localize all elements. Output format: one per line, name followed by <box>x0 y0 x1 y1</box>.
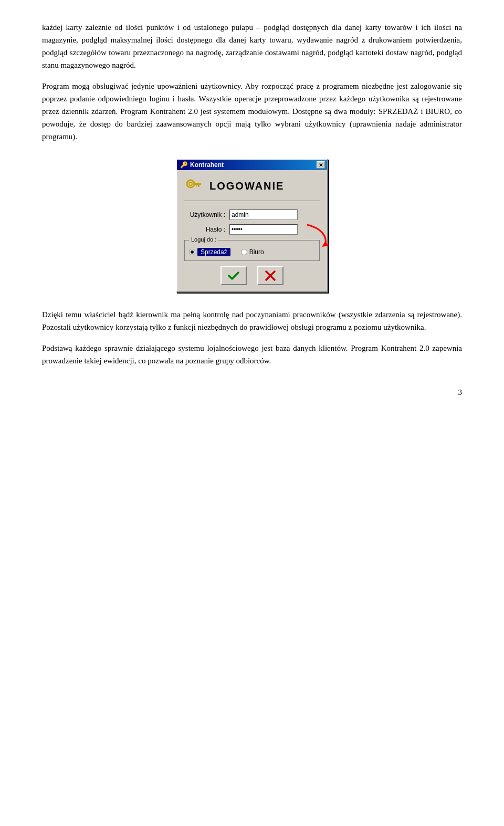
button-row <box>184 266 320 285</box>
dialog-titlebar: 🔑 Kontrahent ✕ <box>177 160 327 170</box>
logowanie-heading: LOGOWANIE <box>209 180 284 192</box>
paragraph-2: Program mogą obsługiwać jedynie upoważni… <box>42 80 462 143</box>
svg-point-0 <box>187 180 194 187</box>
password-input[interactable] <box>229 224 298 235</box>
paragraph-4: Podstawą każdego sprawnie działającego s… <box>42 342 462 367</box>
password-row: Hasło : <box>184 224 320 235</box>
radio-circle-biuro <box>241 249 247 255</box>
radio-row: Sprzedaż Biuro <box>189 248 315 256</box>
login-dialog: 🔑 Kontrahent ✕ L <box>176 159 328 292</box>
radio-sprzedaz[interactable]: Sprzedaż <box>189 248 230 256</box>
paragraph-1: każdej karty zależnie od ilości punktów … <box>42 21 462 71</box>
dialog-body: LOGOWANIE Użytkownik : Hasło : Loguj do … <box>177 170 327 291</box>
dialog-title-label: Kontrahent <box>190 161 224 169</box>
page-number: 3 <box>458 388 463 396</box>
username-input[interactable] <box>229 210 298 220</box>
paragraph-3: Dzięki temu właściciel bądź kierownik ma… <box>42 308 462 333</box>
svg-point-1 <box>189 182 192 185</box>
password-label: Hasło : <box>184 226 227 233</box>
close-button[interactable]: ✕ <box>317 161 325 169</box>
svg-rect-4 <box>196 185 197 186</box>
dialog-header-row: LOGOWANIE <box>184 176 320 201</box>
loguj-do-groupbox: Loguj do : Sprzedaż Biuro <box>184 240 320 261</box>
svg-rect-2 <box>194 183 201 185</box>
radio-biuro-label: Biuro <box>249 248 264 256</box>
radio-biuro[interactable]: Biuro <box>241 248 264 256</box>
username-row: Użytkownik : <box>184 210 320 220</box>
dialog-wrapper: 🔑 Kontrahent ✕ L <box>42 159 462 292</box>
title-icon: 🔑 <box>180 161 188 169</box>
dialog-title-text: 🔑 Kontrahent <box>180 161 224 169</box>
svg-rect-3 <box>198 185 200 187</box>
page-number-area: 3 <box>42 388 462 397</box>
radio-circle-sprzedaz <box>189 249 195 255</box>
username-label: Użytkownik : <box>184 211 227 218</box>
dialog-container: 🔑 Kontrahent ✕ L <box>176 159 328 292</box>
groupbox-legend: Loguj do : <box>189 236 218 243</box>
radio-sprzedaz-label: Sprzedaż <box>197 248 230 256</box>
cancel-button[interactable] <box>257 266 284 285</box>
key-icon <box>184 176 203 195</box>
ok-button[interactable] <box>220 266 247 285</box>
